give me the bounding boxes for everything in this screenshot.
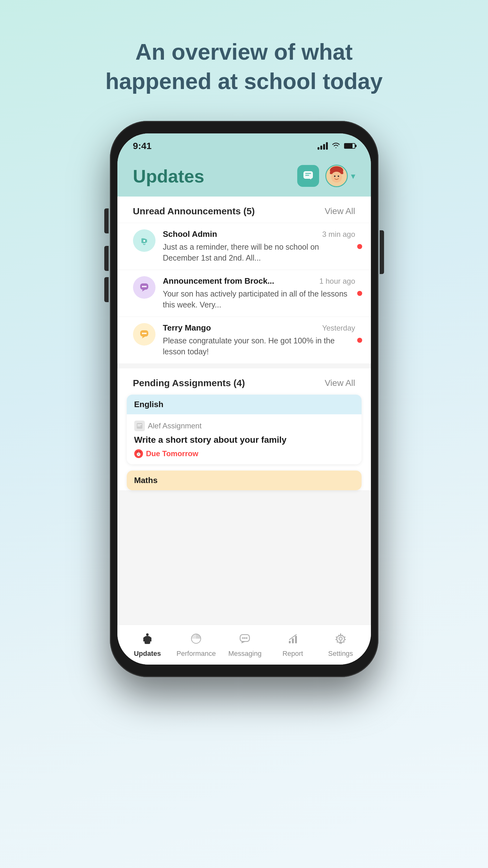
time-1: 3 min ago xyxy=(322,230,355,239)
announcement-body-1: School Admin 3 min ago Just as a reminde… xyxy=(163,229,355,264)
time-2: 1 hour ago xyxy=(319,277,355,286)
status-bar: 9:41 xyxy=(118,133,371,158)
nav-messaging-label: Messaging xyxy=(228,650,261,658)
nav-updates-label: Updates xyxy=(134,650,161,658)
assignment-title-english: Write a short story about your family xyxy=(134,435,354,445)
assignment-source-label: Alef Assignment xyxy=(148,422,202,430)
svg-point-10 xyxy=(142,286,143,287)
phone-screen: 9:41 xyxy=(118,133,371,664)
svg-point-27 xyxy=(339,637,342,640)
announcement-icon-teal xyxy=(133,229,156,252)
assignments-header: Pending Assignments (4) View All xyxy=(118,368,371,395)
announcements-view-all[interactable]: View All xyxy=(325,206,355,216)
avatar xyxy=(325,165,348,187)
announcement-item[interactable]: School Admin 3 min ago Just as a reminde… xyxy=(118,223,371,270)
phone-shell: 9:41 xyxy=(110,121,379,677)
svg-rect-24 xyxy=(289,641,291,643)
sender-2: Announcement from Brock... xyxy=(163,276,274,286)
due-date-english: ⏰ Due Tomorrow xyxy=(134,449,354,458)
announcement-item[interactable]: Terry Mango Yesterday Please congratulat… xyxy=(118,316,371,363)
svg-point-23 xyxy=(246,637,248,639)
assignments-section: Pending Assignments (4) View All English xyxy=(118,368,371,490)
svg-point-5 xyxy=(331,172,342,183)
assignment-subject-maths: Maths xyxy=(127,470,362,490)
unread-dot-3 xyxy=(357,338,362,343)
announcements-title: Unread Announcements (5) xyxy=(133,206,255,217)
assignments-view-all[interactable]: View All xyxy=(325,378,355,388)
assignment-body-english: Alef Assignment Write a short story abou… xyxy=(127,414,362,464)
settings-icon xyxy=(335,633,347,647)
svg-point-11 xyxy=(143,286,145,287)
due-text-english: Due Tomorrow xyxy=(146,449,199,458)
status-time: 9:41 xyxy=(133,141,152,151)
nav-updates[interactable]: Updates xyxy=(129,633,166,658)
text-2: Your son has actively participated in al… xyxy=(163,288,355,310)
assignment-source-icon xyxy=(134,421,145,431)
nav-settings-label: Settings xyxy=(328,650,353,658)
page-heading: An overview of what happened at school t… xyxy=(105,37,383,96)
assignment-card-maths[interactable]: Maths xyxy=(127,470,362,490)
signal-icon xyxy=(318,142,328,150)
messaging-icon xyxy=(239,633,251,647)
nav-report-label: Report xyxy=(283,650,303,658)
app-header: Updates xyxy=(118,158,371,196)
text-3: Please congratulate your son. He got 100… xyxy=(163,335,355,357)
scroll-area: Unread Announcements (5) View All xyxy=(118,196,371,625)
unread-dot-1 xyxy=(357,244,362,249)
battery-icon xyxy=(344,143,355,149)
svg-point-12 xyxy=(145,286,147,287)
performance-icon xyxy=(190,633,202,647)
feedback-button[interactable] xyxy=(297,165,319,187)
svg-rect-25 xyxy=(292,638,294,643)
app-title: Updates xyxy=(133,165,204,187)
svg-point-16 xyxy=(145,333,147,334)
announcement-icon-purple xyxy=(133,276,156,299)
svg-point-15 xyxy=(143,333,145,334)
status-icons xyxy=(318,142,355,150)
svg-rect-26 xyxy=(295,636,297,643)
sender-1: School Admin xyxy=(163,229,217,239)
nav-performance[interactable]: Performance xyxy=(176,633,216,658)
nav-report[interactable]: Report xyxy=(274,633,312,658)
svg-point-22 xyxy=(244,637,246,639)
announcements-header: Unread Announcements (5) View All xyxy=(118,196,371,223)
assignment-subject-english: English xyxy=(127,395,362,414)
announcement-body-2: Announcement from Brock... 1 hour ago Yo… xyxy=(163,276,355,310)
svg-point-6 xyxy=(334,176,335,177)
updates-icon xyxy=(141,633,153,647)
text-1: Just as a reminder, there will be no sch… xyxy=(163,242,355,264)
svg-point-14 xyxy=(142,333,143,334)
report-icon xyxy=(287,633,299,647)
avatar-container[interactable]: ▾ xyxy=(325,165,355,187)
time-3: Yesterday xyxy=(322,324,355,333)
nav-messaging[interactable]: Messaging xyxy=(226,633,263,658)
announcement-body-3: Terry Mango Yesterday Please congratulat… xyxy=(163,323,355,357)
announcement-icon-yellow xyxy=(133,323,156,346)
svg-point-21 xyxy=(242,637,244,639)
sender-3: Terry Mango xyxy=(163,323,211,333)
assignments-title: Pending Assignments (4) xyxy=(133,378,245,389)
svg-point-7 xyxy=(337,176,339,177)
assignment-source: Alef Assignment xyxy=(134,421,354,431)
assignment-card-english[interactable]: English Alef Assignment Write a sho xyxy=(127,395,362,464)
bottom-nav: Updates Performance xyxy=(118,625,371,664)
dropdown-chevron-icon[interactable]: ▾ xyxy=(351,171,355,181)
header-right: ▾ xyxy=(297,165,355,187)
announcement-item[interactable]: Announcement from Brock... 1 hour ago Yo… xyxy=(118,270,371,316)
svg-point-8 xyxy=(143,240,145,242)
nav-performance-label: Performance xyxy=(176,650,216,658)
unread-dot-2 xyxy=(357,291,362,296)
nav-settings[interactable]: Settings xyxy=(322,633,359,658)
announcements-section: Unread Announcements (5) View All xyxy=(118,196,371,363)
svg-point-18 xyxy=(146,633,149,636)
due-icon: ⏰ xyxy=(134,449,143,458)
wifi-icon xyxy=(332,142,340,150)
